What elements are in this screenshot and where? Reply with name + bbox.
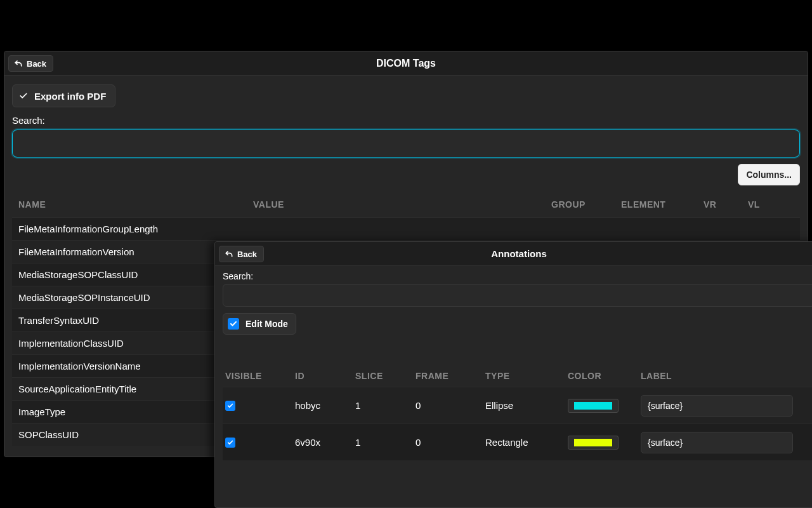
cell-slice: 1 bbox=[355, 400, 416, 411]
search-input[interactable] bbox=[223, 284, 812, 307]
annotation-row[interactable]: hobyc 1 0 Ellipse bbox=[223, 387, 812, 424]
col-element[interactable]: ELEMENT bbox=[621, 199, 704, 210]
label-input[interactable] bbox=[641, 395, 793, 417]
back-label: Back bbox=[27, 59, 46, 69]
col-id[interactable]: ID bbox=[295, 371, 355, 381]
dicom-table-header: NAME VALUE GROUP ELEMENT VR VL bbox=[12, 192, 800, 217]
annotations-table: VISIBLE ID SLICE FRAME TYPE COLOR LABEL … bbox=[223, 365, 812, 460]
dicom-titlebar: Back DICOM Tags bbox=[4, 51, 808, 76]
col-value[interactable]: VALUE bbox=[253, 199, 551, 210]
col-group[interactable]: GROUP bbox=[551, 199, 621, 210]
columns-button[interactable]: Columns... bbox=[738, 164, 800, 185]
check-icon bbox=[18, 90, 29, 102]
annotation-row[interactable]: 6v90x 1 0 Rectangle bbox=[223, 424, 812, 460]
cell-id: 6v90x bbox=[295, 437, 355, 448]
col-vl[interactable]: VL bbox=[748, 199, 792, 210]
annotations-titlebar: Back Annotations bbox=[215, 242, 812, 266]
col-visible[interactable]: VISIBLE bbox=[225, 371, 295, 381]
search-label: Search: bbox=[223, 271, 812, 281]
col-slice[interactable]: SLICE bbox=[355, 371, 416, 381]
edit-mode-label: Edit Mode bbox=[246, 319, 288, 329]
col-type[interactable]: TYPE bbox=[485, 371, 568, 381]
search-input[interactable] bbox=[12, 130, 800, 157]
label-input[interactable] bbox=[641, 432, 793, 453]
cell-frame: 0 bbox=[416, 400, 485, 411]
visible-checkbox[interactable] bbox=[225, 401, 235, 411]
color-swatch[interactable] bbox=[568, 436, 619, 450]
back-arrow-icon bbox=[223, 248, 235, 260]
annotations-window: Back Annotations Search: Edit Mode VISIB… bbox=[214, 241, 812, 508]
color-swatch[interactable] bbox=[568, 399, 619, 413]
col-name[interactable]: NAME bbox=[18, 199, 253, 210]
export-label: Export info PDF bbox=[34, 91, 106, 102]
checkbox-icon bbox=[228, 318, 239, 330]
cell-type: Ellipse bbox=[485, 400, 568, 411]
back-arrow-icon bbox=[13, 58, 24, 69]
col-label[interactable]: LABEL bbox=[641, 371, 806, 381]
cell-id: hobyc bbox=[295, 400, 355, 411]
table-row[interactable]: FileMetaInformationGroupLength bbox=[12, 217, 800, 240]
cell-frame: 0 bbox=[416, 437, 485, 448]
back-button[interactable]: Back bbox=[219, 246, 264, 262]
back-label: Back bbox=[237, 250, 257, 259]
dicom-title: DICOM Tags bbox=[4, 51, 808, 75]
edit-mode-toggle[interactable]: Edit Mode bbox=[223, 313, 296, 335]
export-pdf-button[interactable]: Export info PDF bbox=[12, 84, 115, 107]
color-chip bbox=[574, 402, 612, 410]
col-vr[interactable]: VR bbox=[704, 199, 748, 210]
search-label: Search: bbox=[12, 115, 800, 126]
col-color[interactable]: COLOR bbox=[568, 371, 641, 381]
visible-checkbox[interactable] bbox=[225, 438, 235, 448]
back-button[interactable]: Back bbox=[8, 55, 53, 72]
annotations-table-header: VISIBLE ID SLICE FRAME TYPE COLOR LABEL bbox=[223, 365, 812, 387]
cell-slice: 1 bbox=[355, 437, 416, 448]
color-chip bbox=[574, 439, 612, 446]
col-frame[interactable]: FRAME bbox=[416, 371, 485, 381]
cell-type: Rectangle bbox=[485, 437, 568, 448]
annotations-title: Annotations bbox=[215, 242, 812, 265]
